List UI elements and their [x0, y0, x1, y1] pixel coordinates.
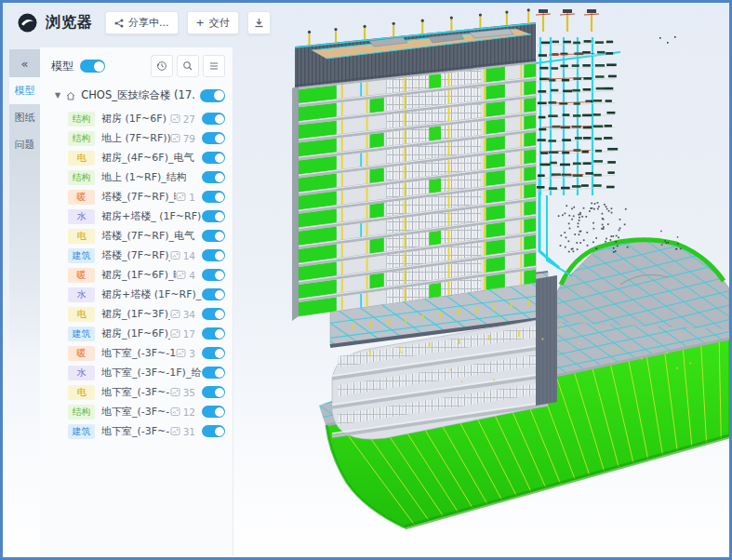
model-tree-item[interactable]: 暖地下室_(-3F~-1F)_暖通3 — [40, 343, 233, 363]
model-item-label: 地下室_(-3F~-1F)_建筑 — [101, 424, 170, 438]
category-tag: 建筑 — [68, 424, 95, 439]
tab-issues[interactable]: 问题 — [9, 131, 40, 158]
drawing-count: 12 — [170, 407, 195, 418]
drawing-count: 17 — [170, 328, 195, 340]
category-tag: 暖 — [68, 190, 95, 205]
drawing-count: 27 — [170, 113, 195, 125]
model-item-label: 裙房+塔楼_ (1F~RF)... — [101, 209, 202, 223]
caret-down-icon: ▼ — [55, 91, 60, 100]
model-tree-item[interactable]: 电塔楼_(7F~RF)_电气 — [40, 226, 233, 246]
download-button[interactable] — [247, 11, 271, 34]
model-tree-item[interactable]: 暖裙房_(1F~6F)_暖通4 — [40, 265, 233, 285]
visibility-toggle[interactable] — [202, 152, 225, 164]
category-tag: 电 — [68, 385, 95, 400]
tab-model[interactable]: 模型 — [9, 77, 40, 104]
drawing-badge-icon — [170, 250, 180, 260]
visibility-toggle[interactable] — [202, 406, 225, 418]
model-tree-item[interactable]: 结构地上 (1~RF)_结构 — [40, 167, 233, 187]
model-item-label: 地上 (7F~RF))_结构... — [101, 131, 170, 145]
model-tree-item[interactable]: 电地下室_(-3F~-1F)_电气35 — [40, 382, 233, 402]
download-icon — [254, 18, 264, 28]
app-title: 浏览器 — [46, 13, 93, 33]
collapse-panel-button[interactable]: « — [9, 49, 40, 77]
model-master-toggle[interactable] — [80, 60, 105, 73]
model-item-label: 地下室_(-3F~-1F)_暖通 — [101, 346, 176, 360]
search-icon[interactable] — [177, 55, 199, 77]
model-tree-item[interactable]: 建筑地下室_(-3F~-1F)_建筑31 — [40, 421, 233, 441]
drawing-badge-icon — [170, 328, 180, 339]
drawing-count: 34 — [170, 309, 195, 320]
drawing-badge-icon — [170, 426, 180, 436]
model-item-label: 地上 (1~RF)_结构 — [101, 170, 202, 184]
visibility-toggle[interactable] — [202, 288, 225, 300]
visibility-toggle[interactable] — [202, 308, 225, 320]
category-tag: 结构 — [68, 170, 95, 185]
deliver-button[interactable]: + 交付 — [187, 11, 239, 34]
viewport-3d[interactable] — [230, 4, 732, 559]
drawing-count: 3 — [176, 348, 195, 359]
visibility-toggle[interactable] — [202, 113, 225, 125]
visibility-toggle[interactable] — [202, 230, 225, 242]
tab-drawings[interactable]: 图纸 — [9, 104, 40, 131]
root-visibility-toggle[interactable] — [200, 89, 225, 102]
side-tabstrip: « 模型图纸问题 — [9, 49, 40, 358]
visibility-toggle[interactable] — [202, 367, 225, 379]
model-tree-root[interactable]: ▼ CHOS_医技综合楼 (17... — [40, 84, 233, 107]
category-tag: 结构 — [68, 112, 95, 127]
model-item-label: 塔楼_(7F~RF)_暖通 — [101, 190, 176, 204]
category-tag: 建筑 — [68, 248, 95, 263]
model-tree-item[interactable]: 暖塔楼_(7F~RF)_暖通1 — [40, 187, 233, 207]
visibility-toggle[interactable] — [202, 386, 225, 398]
drawing-badge-icon — [176, 192, 186, 202]
bim-viewer-window: 浏览器 分享中... + 交付 « 模型图纸问题 模型 — [0, 0, 732, 560]
model-tree-item[interactable]: 电裙房_(1F~3F)_电气34 — [40, 304, 233, 324]
panel-header: 模型 — [40, 47, 233, 84]
model-item-label: 裙房_(1F~6F)_建筑 — [101, 327, 170, 340]
drawing-count: 79 — [170, 133, 195, 144]
drawing-count: 4 — [176, 270, 195, 281]
model-tree-item[interactable]: 建筑裙房_(1F~6F)_建筑17 — [40, 324, 233, 343]
category-tag: 水 — [68, 209, 95, 224]
model-item-label: 塔楼_(7F~RF)_建筑 — [101, 248, 170, 262]
drawing-count: 1 — [176, 192, 195, 203]
top-toolbar: 浏览器 分享中... + 交付 — [18, 11, 271, 34]
share-button[interactable]: 分享中... — [105, 11, 179, 34]
model-tree-item[interactable]: 结构地上 (7F~RF))_结构...79 — [40, 128, 233, 148]
model-panel: 模型 ▼ CHOS_医技综合楼 (17... 结构裙房 (1F — [40, 47, 233, 556]
visibility-toggle[interactable] — [202, 425, 225, 437]
model-item-label: 裙房_(4F~6F)_电气 — [101, 151, 202, 165]
model-tree-item[interactable]: 结构地下室_(-3F~-1F)_结构12 — [40, 402, 233, 421]
model-item-label: 塔楼_(7F~RF)_电气 — [101, 229, 202, 243]
panel-tools — [151, 55, 225, 77]
model-tree-item[interactable]: 建筑塔楼_(7F~RF)_建筑14 — [40, 246, 233, 265]
drawing-badge-icon — [170, 407, 180, 417]
model-item-label: 裙房_(1F~3F)_电气 — [101, 307, 170, 321]
visibility-toggle[interactable] — [202, 210, 225, 222]
model-tree-item[interactable]: 水裙房+塔楼_ (1F~RF)... — [40, 207, 233, 226]
visibility-toggle[interactable] — [202, 347, 225, 359]
model-item-label: 裙房+塔楼 (1F~RF)_... — [101, 287, 202, 301]
model-tree-item[interactable]: 水地下室_(-3F~-1F)_给... — [40, 363, 233, 382]
app-logo-icon — [18, 13, 37, 33]
visibility-toggle[interactable] — [202, 171, 225, 183]
root-model-label: CHOS_医技综合楼 (17... — [81, 88, 195, 102]
model-tree-item[interactable]: 结构裙房 (1F~6F) _结构...27 — [40, 109, 233, 128]
category-tag: 暖 — [68, 346, 95, 361]
visibility-toggle[interactable] — [202, 191, 225, 203]
drawing-count: 35 — [170, 387, 195, 398]
model-item-label: 地下室_(-3F~-1F)_电气 — [101, 385, 170, 399]
model-tree-item[interactable]: 水裙房+塔楼 (1F~RF)_... — [40, 285, 233, 304]
tabstrip-fade — [9, 158, 40, 358]
visibility-toggle[interactable] — [202, 249, 225, 261]
model-item-label: 裙房_(1F~6F)_暖通 — [101, 268, 176, 282]
category-tag: 结构 — [68, 405, 95, 420]
menu-icon[interactable] — [203, 55, 225, 77]
visibility-toggle[interactable] — [202, 269, 225, 281]
history-icon[interactable] — [151, 55, 173, 77]
deliver-button-label: 交付 — [209, 16, 230, 30]
drawing-badge-icon — [170, 113, 180, 124]
category-tag: 暖 — [68, 268, 95, 283]
visibility-toggle[interactable] — [202, 327, 225, 340]
model-tree-item[interactable]: 电裙房_(4F~6F)_电气 — [40, 148, 233, 167]
visibility-toggle[interactable] — [202, 132, 225, 144]
